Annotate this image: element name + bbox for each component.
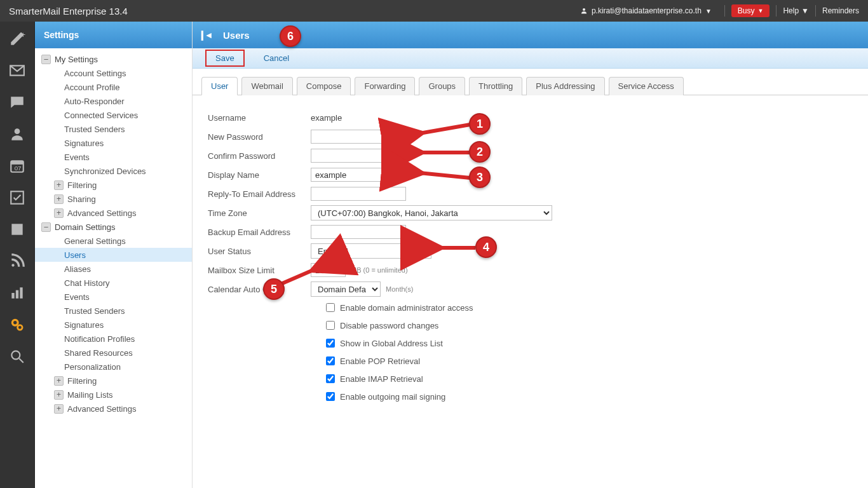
expand-icon[interactable]: + [54,376,64,386]
mailbox-size-label: Mailbox Size Limit [208,266,311,275]
my-settings-label: My Settings [55,55,98,64]
tree-users[interactable]: Users [35,248,192,262]
tree-account-profile[interactable]: Account Profile [35,80,192,94]
svg-rect-10 [16,290,18,299]
status-busy-button[interactable]: Busy ▼ [731,4,770,17]
username-value: example [311,113,342,123]
tab-throttling[interactable]: Throttling [469,77,522,95]
settings-icon[interactable] [9,316,25,333]
calendar-icon[interactable]: 07 [9,158,25,174]
user-icon [580,7,588,15]
reply-to-label: Reply-To Email Address [208,189,311,199]
cancel-button[interactable]: Cancel [257,51,295,65]
contacts-icon[interactable] [9,126,25,142]
tree-chat-history[interactable]: Chat History [35,276,192,290]
domain-settings-label: Domain Settings [55,222,115,232]
tree-signatures[interactable]: Signatures [35,136,192,150]
expand-icon[interactable]: + [54,180,64,190]
cb-disable-password-label: Disable password changes [340,321,438,330]
svg-point-14 [11,351,20,359]
main-panel: ❙◂ Users Save Cancel User Webmail Compos… [193,22,868,488]
node-my-settings[interactable]: −My Settings [35,52,192,66]
help-menu[interactable]: Help ▼ [783,6,809,15]
node-filtering[interactable]: +Filtering [35,178,192,192]
reports-icon[interactable] [9,285,25,301]
notes-icon[interactable] [9,221,25,238]
user-email: p.kirati@thaidataenterprise.co.th [592,6,702,15]
tree-account-settings[interactable]: Account Settings [35,66,192,80]
user-menu[interactable]: p.kirati@thaidataenterprise.co.th ▼ [580,6,712,15]
expand-icon[interactable]: + [54,390,64,400]
mailbox-size-input[interactable] [311,263,346,277]
collapse-panel-icon[interactable]: ❙◂ [198,29,212,41]
cb-pop[interactable] [326,356,335,365]
display-name-input[interactable] [311,168,406,182]
username-label: Username [208,113,311,123]
cb-imap[interactable] [326,374,335,383]
timezone-select[interactable]: (UTC+07:00) Bangkok, Hanoi, Jakarta [311,205,552,220]
calendar-clean-select[interactable]: Domain Default [311,281,381,297]
expand-icon[interactable]: + [54,208,64,218]
tree-notification-profiles[interactable]: Notification Profiles [35,332,192,346]
node-filtering2[interactable]: +Filtering [35,374,192,388]
tab-service-access[interactable]: Service Access [609,77,684,95]
tree-sync-devices[interactable]: Synchronized Devices [35,164,192,178]
filtering-label: Filtering [67,180,97,190]
tab-plus-addressing[interactable]: Plus Addressing [526,77,604,95]
advanced2-label: Advanced Settings [67,404,136,414]
new-password-label: New Password [208,132,311,142]
svg-text:07: 07 [15,165,22,172]
tree-shared-resources[interactable]: Shared Resources [35,346,192,360]
tab-forwarding[interactable]: Forwarding [355,77,415,95]
tab-user[interactable]: User [201,77,238,95]
new-password-input[interactable] [311,130,406,144]
reminders-link[interactable]: Reminders [822,6,859,15]
tree-aliases[interactable]: Aliases [35,262,192,276]
cb-domain-admin[interactable] [326,303,335,312]
collapse-icon[interactable]: − [41,55,51,64]
svg-point-12 [12,320,18,325]
tree-connected-services[interactable]: Connected Services [35,108,192,122]
user-status-select[interactable]: Enabled [311,243,431,259]
search-icon[interactable] [9,348,25,365]
backup-email-input[interactable] [311,225,406,239]
svg-rect-9 [11,293,14,299]
node-mailing-lists[interactable]: +Mailing Lists [35,388,192,402]
tree-personalization[interactable]: Personalization [35,360,192,374]
filtering2-label: Filtering [67,376,97,386]
sharing-label: Sharing [67,194,96,204]
tree-auto-responder[interactable]: Auto-Responder [35,94,192,108]
calendar-clean-label: Calendar Auto Clean [208,285,311,294]
expand-icon[interactable]: + [54,194,64,204]
compose-icon[interactable]: + [9,30,25,47]
tab-webmail[interactable]: Webmail [241,77,292,95]
expand-icon[interactable]: + [54,404,64,414]
cb-gal[interactable] [326,339,335,348]
reply-to-input[interactable] [311,187,406,201]
tab-groups[interactable]: Groups [419,77,465,95]
tree-events-domain[interactable]: Events [35,290,192,304]
node-domain-settings[interactable]: −Domain Settings [35,220,192,234]
rss-icon[interactable] [9,253,25,269]
tree-trusted-senders[interactable]: Trusted Senders [35,122,192,136]
user-status-label: User Status [208,247,311,256]
cb-disable-password[interactable] [326,321,335,330]
tree-events[interactable]: Events [35,150,192,164]
tree-general-settings[interactable]: General Settings [35,234,192,248]
confirm-password-input[interactable] [311,149,406,163]
save-button[interactable]: Save [205,50,245,67]
chat-icon[interactable] [9,94,25,111]
cb-signing[interactable] [326,392,335,401]
tab-compose[interactable]: Compose [297,77,351,95]
settings-panel: Settings −My Settings Account Settings A… [35,22,193,488]
node-sharing[interactable]: +Sharing [35,192,192,206]
mail-icon[interactable] [9,62,25,79]
tasks-icon[interactable] [9,189,25,206]
svg-point-0 [583,8,585,11]
node-advanced[interactable]: +Advanced Settings [35,206,192,220]
tree-trusted-senders-domain[interactable]: Trusted Senders [35,304,192,318]
collapse-icon[interactable]: − [41,222,51,232]
mailing-label: Mailing Lists [67,390,113,400]
tree-signatures-domain[interactable]: Signatures [35,318,192,332]
node-advanced2[interactable]: +Advanced Settings [35,402,192,416]
